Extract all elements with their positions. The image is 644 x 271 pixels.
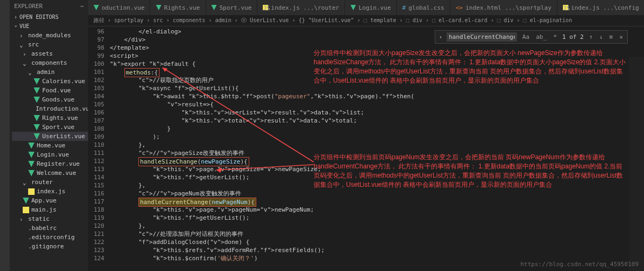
tab[interactable]: #global.css — [397, 0, 450, 15]
find-next-icon[interactable]: ↓ — [598, 33, 604, 40]
find-widget: › Aa ab̲ * 1 of 2 ↑ ↓ ≡ ✕ — [435, 30, 628, 44]
tree-item[interactable]: assets — [12, 49, 88, 58]
more-icon[interactable]: ⋯ — [80, 3, 84, 10]
tree-item[interactable]: Goods.vue — [12, 95, 88, 104]
tree-item[interactable]: Home.vue — [12, 141, 88, 150]
find-close-icon[interactable]: ✕ — [618, 33, 624, 40]
tree-item[interactable]: Introduction.vue — [12, 104, 88, 113]
find-prev-icon[interactable]: ↑ — [588, 33, 594, 40]
tree-item[interactable]: .editorconfig — [12, 233, 88, 242]
tree-item[interactable]: src — [12, 40, 88, 49]
find-case-icon[interactable]: Aa — [521, 33, 530, 40]
activity-bar[interactable] — [0, 0, 10, 271]
code-area[interactable]: </el-dialog> </div></template><script>"k… — [110, 26, 644, 271]
find-regex-icon[interactable]: * — [552, 33, 558, 40]
tree-item[interactable]: static — [12, 214, 88, 223]
tree-item[interactable]: Sport.vue — [12, 123, 88, 132]
tab[interactable]: oduction.vue — [88, 0, 150, 15]
tree-item[interactable]: Register.vue — [12, 159, 88, 168]
tree-item[interactable]: Login.vue — [12, 150, 88, 159]
editor[interactable]: 9697989910010110210310410510610710810911… — [88, 26, 644, 271]
tab[interactable]: <>index.html ...\sportplay — [450, 0, 557, 15]
tree-item[interactable]: main.js — [12, 205, 88, 214]
tab[interactable]: JSindex.js ...\config — [557, 0, 644, 15]
tab-bar: oduction.vueRights.vueSport.vueJSindex.j… — [88, 0, 644, 15]
file-tree: node_modulessrcassetscomponentsadminCalo… — [10, 31, 88, 251]
tab[interactable]: JSindex.js ...\router — [257, 0, 345, 15]
tree-item[interactable]: Food.vue — [12, 86, 88, 95]
find-select-icon[interactable]: ≡ — [608, 33, 614, 40]
find-word-icon[interactable]: ab̲ — [535, 33, 548, 40]
minimap[interactable] — [629, 57, 644, 271]
tree-item[interactable]: UserList.vue — [12, 132, 88, 141]
sidebar: EXPLORER ⋯ OPEN EDITORS VUE node_modules… — [10, 0, 88, 271]
tree-item[interactable]: .gitignore — [12, 242, 88, 251]
tree-item[interactable]: router — [12, 178, 88, 187]
sidebar-header: EXPLORER ⋯ — [10, 0, 88, 12]
vue-section[interactable]: VUE — [10, 22, 88, 31]
tab[interactable]: Sport.vue — [206, 0, 258, 15]
line-gutter: 9697989910010110210310410510610710810911… — [88, 26, 110, 271]
find-input[interactable] — [447, 32, 517, 42]
tree-item[interactable]: admin — [12, 67, 88, 77]
breadcrumb[interactable]: 路径 › sportplay › src › components › admi… — [88, 15, 644, 26]
tree-item[interactable]: Welcome.vue — [12, 168, 88, 178]
find-expand-icon[interactable]: › — [439, 33, 442, 40]
main-area: oduction.vueRights.vueSport.vueJSindex.j… — [88, 0, 644, 271]
tree-item[interactable]: App.vue — [12, 196, 88, 205]
tree-item[interactable]: node_modules — [12, 31, 88, 40]
watermark: https://blog.csdn.net/qq_45950109 — [520, 261, 639, 268]
find-count: 1 of 2 — [562, 33, 584, 40]
tree-item[interactable]: components — [12, 58, 88, 67]
tab[interactable]: Login.vue — [345, 0, 397, 15]
open-editors-section[interactable]: OPEN EDITORS — [10, 12, 88, 22]
tab[interactable]: Rights.vue — [150, 0, 205, 15]
tree-item[interactable]: Calories.vue — [12, 77, 88, 86]
tree-item[interactable]: index.js — [12, 187, 88, 196]
tree-item[interactable]: .babelrc — [12, 223, 88, 233]
explorer-title: EXPLORER — [14, 3, 43, 10]
tree-item[interactable]: Rights.vue — [12, 113, 88, 123]
